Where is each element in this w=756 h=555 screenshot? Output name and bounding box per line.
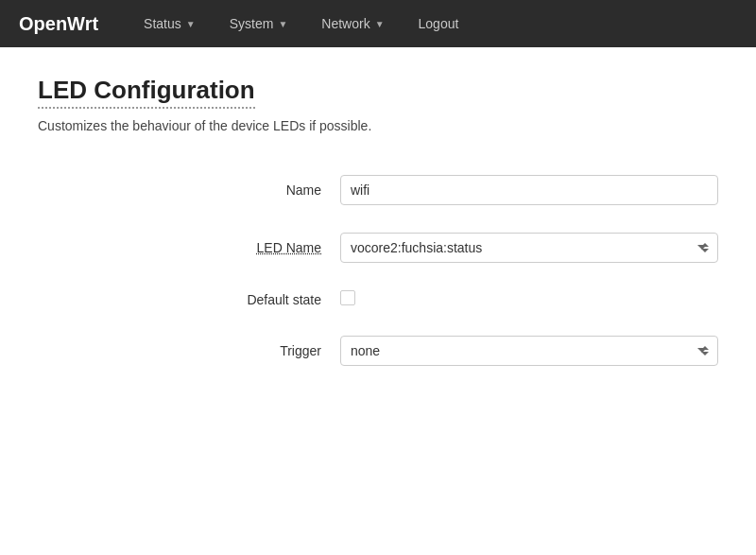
page-title: LED Configuration <box>38 76 255 109</box>
nav-link-system[interactable]: System ▼ <box>213 0 305 47</box>
trigger-label: Trigger <box>38 343 340 358</box>
led-name-control-wrap: vocore2:fuchsia:status <box>340 233 718 263</box>
nav-link-status[interactable]: Status ▼ <box>127 0 213 47</box>
system-dropdown-arrow: ▼ <box>278 19 287 29</box>
name-control-wrap <box>340 175 718 205</box>
status-dropdown-arrow: ▼ <box>186 19 196 29</box>
default-state-label: Default state <box>38 292 340 307</box>
nav-network-label: Network <box>321 16 369 31</box>
led-name-label: LED Name <box>38 240 340 255</box>
name-label: Name <box>38 182 340 198</box>
nav-item-network: Network ▼ <box>304 0 401 47</box>
default-state-control-wrap <box>340 290 718 308</box>
trigger-select-wrapper: none <box>340 336 718 366</box>
page-description: Customizes the behaviour of the device L… <box>38 118 718 133</box>
led-name-select[interactable]: vocore2:fuchsia:status <box>340 233 718 263</box>
led-name-select-wrapper: vocore2:fuchsia:status <box>340 233 718 263</box>
main-content: LED Configuration Customizes the behavio… <box>0 47 756 555</box>
trigger-select[interactable]: none <box>340 336 718 366</box>
brand-logo[interactable]: OpenWrt <box>19 13 98 35</box>
name-input[interactable] <box>340 175 718 205</box>
network-dropdown-arrow: ▼ <box>375 19 385 29</box>
form-row-name: Name <box>38 162 718 219</box>
trigger-control-wrap: none <box>340 336 718 366</box>
nav-system-label: System <box>230 16 274 31</box>
nav-item-logout: Logout <box>402 0 476 47</box>
led-config-form: Name LED Name vocore2:fuchsia:status <box>38 162 718 380</box>
form-row-default-state: Default state <box>38 277 718 322</box>
form-row-trigger: Trigger none <box>38 322 718 380</box>
nav-status-label: Status <box>144 16 181 31</box>
navbar: OpenWrt Status ▼ System ▼ Network ▼ Logo… <box>0 0 756 47</box>
nav-link-network[interactable]: Network ▼ <box>304 0 401 47</box>
nav-link-logout[interactable]: Logout <box>402 0 476 47</box>
form-row-led-name: LED Name vocore2:fuchsia:status <box>38 219 718 277</box>
nav-logout-label: Logout <box>419 16 459 31</box>
nav-item-status: Status ▼ <box>127 0 213 47</box>
default-state-checkbox[interactable] <box>340 290 355 305</box>
led-name-label-text: LED Name <box>257 240 321 255</box>
nav-item-system: System ▼ <box>213 0 305 47</box>
